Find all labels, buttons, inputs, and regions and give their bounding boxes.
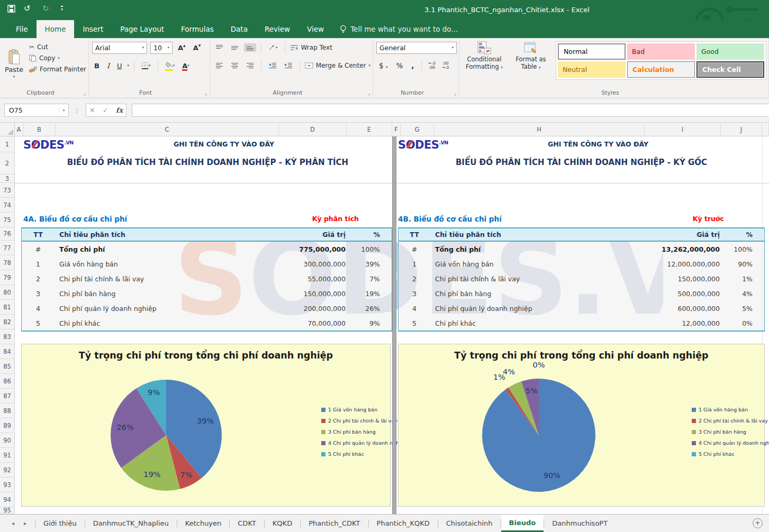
table-row[interactable]: 2Chi phí tài chính & lãi vay55,000,0007% [22,271,392,286]
row-header-3[interactable]: 3 [0,175,14,183]
redo-button[interactable]: ↻▾ [42,4,52,13]
next-sheet-icon[interactable]: ▸ [24,520,26,526]
sheet-tab-bieudo[interactable]: Bieudo [501,515,544,532]
row-header-79[interactable]: 79 [0,270,14,285]
row-header-75[interactable]: 75 [0,213,14,227]
bold-button[interactable]: B [92,62,102,70]
sheet-tab-phantich-kqkd[interactable]: Phantich_KQKD [369,515,438,532]
row-header-87[interactable]: 87 [0,389,14,403]
decrease-decimal-button[interactable]: .00→.0 [440,61,450,70]
row-header-77[interactable]: 77 [0,241,14,255]
row-header-86[interactable]: 86 [0,374,14,389]
table-row[interactable]: 4Chi phí quản lý doanh nghiệp200,000,000… [22,301,392,316]
cut-button[interactable]: ✂Cut [29,43,86,51]
table-row[interactable]: 2Chi phí tài chính & lãi vay150,000,0001… [399,271,764,286]
conditional-formatting-button[interactable]: ≠ ConditionalFormatting ▾ [463,40,506,87]
row-header-93[interactable]: 93 [0,478,14,492]
column-header-G[interactable]: G [401,123,434,136]
sheet-tab-danhmuchisopt[interactable]: DanhmuchisoPT [544,515,616,532]
ribbon-tab-formulas[interactable]: Formulas [173,20,222,38]
align-top-button[interactable] [213,43,225,52]
ribbon-tab-page-layout[interactable]: Page Layout [112,20,173,38]
borders-button[interactable]: ▾ [139,62,153,69]
table-row[interactable]: 1Giá vốn hàng bán300,000,00039% [22,256,392,271]
sheet-tab-cdkt[interactable]: CDKT [230,515,264,532]
sheet-tab-chisotaichinh[interactable]: Chisotaichinh [438,515,501,532]
decrease-font-button[interactable]: A▼ [191,44,203,52]
customize-qat-icon[interactable]: ▾ [61,6,63,12]
align-middle-button[interactable] [229,43,241,52]
company-name-left[interactable]: GHI TÊN CÔNG TY VÀO ĐÂY [56,140,392,148]
align-center-button[interactable] [229,61,241,70]
cell-style-neutral[interactable]: Neutral [558,61,626,78]
increase-decimal-button[interactable]: ←.0.00 [427,61,437,70]
column-header-J[interactable]: J [721,123,762,136]
name-box-dropdown-icon[interactable]: ▾ [59,108,68,113]
row-header-78[interactable]: 78 [0,255,14,270]
sheet-tab-ketchuyen[interactable]: Ketchuyen [177,515,230,532]
column-header-B[interactable]: B [23,123,56,136]
section-title-4b[interactable]: 4B. Biểu đồ cơ cấu chi phí [398,215,502,223]
table-row[interactable]: 3Chi phí bán hàng500,000,0004% [399,286,764,301]
comma-style-button[interactable]: , [409,61,417,70]
formula-input[interactable] [132,104,769,117]
tell-me-box[interactable]: Tell me what you want to do... [340,20,458,38]
cell-style-calculation[interactable]: Calculation [627,61,695,78]
table-row[interactable]: #Tổng chi phí775,000,000100% [22,242,392,256]
row-header-94[interactable]: 94 [0,492,14,507]
grid[interactable]: SODES.VN SODES.VN GHI TÊN CÔNG TY VÀO ĐÂ… [15,136,769,514]
column-header-H[interactable]: H [434,123,645,136]
align-left-button[interactable] [213,61,225,70]
company-name-right[interactable]: GHI TÊN CÔNG TY VÀO ĐÂY [434,140,762,148]
paste-button[interactable]: Paste▾ [3,40,25,87]
decrease-indent-button[interactable] [266,61,279,70]
cell-style-normal[interactable]: Normal [558,43,626,60]
row-header-76[interactable]: 76 [0,227,14,241]
font-name-combo[interactable]: Arial▾ [92,42,147,54]
row-header-91[interactable]: 91 [0,448,14,463]
paste-dropdown-icon[interactable]: ▾ [13,75,15,79]
row-header-2[interactable]: 2 [0,152,14,175]
table-row[interactable]: 3Chi phí bán hàng150,000,00019% [22,286,392,301]
column-header-C[interactable]: C [56,123,279,136]
chart-4a[interactable]: Tỷ trọng chi phí trong tổng chi phí doan… [21,344,391,507]
font-size-combo[interactable]: 10▾ [150,42,173,54]
row-header-85[interactable]: 85 [0,359,14,374]
ribbon-tab-home[interactable]: Home [37,20,75,38]
period-label-left[interactable]: Kỳ phân tích [253,215,359,223]
chart-4b[interactable]: Tỷ trọng chi phí trong tổng chi phí doan… [398,344,765,507]
align-bottom-button[interactable] [244,43,256,52]
new-sheet-button[interactable]: + [753,518,763,528]
sheet-tab-gi-i-thi-u[interactable]: Giới thiệu [35,515,85,532]
ribbon-tab-insert[interactable]: Insert [74,20,112,38]
table-row[interactable]: 5Chi phí khác70,000,0009% [22,316,392,331]
column-header-D[interactable]: D [279,123,347,136]
row-header-81[interactable]: 81 [0,300,14,315]
copy-dropdown-icon[interactable]: ▾ [58,56,60,60]
prev-sheet-icon[interactable]: ◂ [12,520,14,526]
table-row[interactable]: 4Chi phí quản lý doanh nghiệp600,000,000… [399,301,764,316]
percent-style-button[interactable]: % [393,61,405,70]
row-header-1[interactable]: 1 [0,136,14,152]
align-right-button[interactable] [244,61,256,70]
ribbon-tab-view[interactable]: View [298,20,332,38]
merge-center-button[interactable]: Merge & Center▾ [305,62,370,69]
cell-style-check-cell[interactable]: Check Cell [696,61,764,78]
orientation-button[interactable]: ▾ [266,43,280,52]
column-header-A[interactable]: A [15,123,23,136]
table-4b[interactable]: TTChỉ tiêu phân tíchGiá trị%#Tổng chi ph… [398,227,765,332]
number-format-combo[interactable]: General▾ [376,42,457,54]
ribbon-tab-review[interactable]: Review [256,20,298,38]
row-header-89[interactable]: 89 [0,418,14,433]
row-header-83[interactable]: 83 [0,329,14,344]
name-box[interactable]: O75 ▾ [4,104,69,117]
alignment-dialog-launcher[interactable]: ⌟ [368,90,370,96]
font-color-button[interactable]: A ▾ [180,62,192,70]
table-row[interactable]: #Tổng chi phí13,262,000,000100% [399,242,764,256]
wrap-text-button[interactable]: Wrap Text [290,44,332,51]
table-row[interactable]: 5Chi phí khác12,000,0000% [399,316,764,331]
column-header-F[interactable]: F [392,123,401,136]
table-4a[interactable]: TTChỉ tiêu phân tíchGiá trị%#Tổng chi ph… [21,227,392,332]
row-header-90[interactable]: 90 [0,433,14,448]
underline-dropdown-icon[interactable]: ▾ [128,63,130,68]
